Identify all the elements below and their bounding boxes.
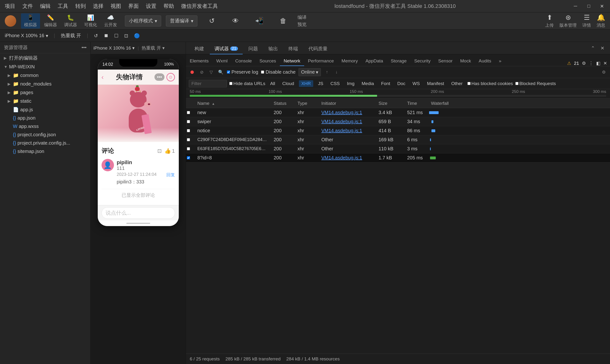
table-row[interactable]: C290F7C24D8D4EF094E1DA284DB7BF24.jpg 200… — [186, 135, 610, 144]
menu-item-tools[interactable]: 工具 — [58, 3, 68, 10]
device-select[interactable]: iPhone X 100% 16 ▾ — [5, 33, 48, 39]
hide-data-urls-checkbox[interactable]: Hide data URLs — [229, 81, 265, 86]
refresh-btn[interactable]: ↺ — [202, 13, 221, 29]
dock-icon[interactable]: ◧ — [596, 61, 600, 66]
expand-icon[interactable]: ⌃ — [589, 44, 597, 52]
comment-input[interactable]: 说点什么... — [102, 207, 175, 219]
filter-cloud-btn[interactable]: Cloud — [280, 80, 297, 87]
mode-dropdown[interactable]: 小程序模式 ▾ — [125, 15, 161, 26]
menu-item-help[interactable]: 帮助 — [163, 3, 174, 10]
tab-debugger[interactable]: 调试器 21 — [210, 44, 243, 54]
menu-item-edit[interactable]: 编辑 — [40, 3, 51, 10]
panel-tab-sensor[interactable]: Sensor — [434, 56, 456, 66]
search-btn[interactable]: 🔍 — [217, 69, 224, 76]
detail-btn[interactable]: ☰ 详情 — [582, 13, 591, 28]
blocked-requests-checkbox[interactable]: Blocked Requests — [515, 81, 556, 86]
settings-icon[interactable]: ⚙ — [582, 61, 586, 66]
sidebar-item-open-editors[interactable]: ▶ 打开的编辑器 — [0, 53, 90, 63]
real-debug-btn[interactable]: 📲 — [250, 13, 269, 29]
sidebar-item-pages[interactable]: ▶ 📁 pages — [4, 88, 90, 97]
header-name[interactable]: Name ▲ — [195, 101, 271, 106]
table-row[interactable]: notice 200 xhr VM14.asdebug.js:1 414 B 8… — [186, 126, 610, 135]
table-row[interactable]: E63FE185D7D540C5B276705E6DB8364D.jpg 200… — [186, 144, 610, 153]
filter-font-btn[interactable]: Font — [379, 80, 393, 87]
preserve-log-checkbox[interactable]: Preserve log — [227, 69, 258, 75]
download-throttle-btn[interactable]: ↓ — [333, 69, 340, 76]
table-row[interactable]: new 200 xhr VM14.asdebug.js:1 3.4 kB 521… — [186, 108, 610, 117]
record-button[interactable] — [189, 69, 196, 76]
header-waterfall[interactable]: Waterfall — [428, 101, 610, 106]
reply-button[interactable]: 回复 — [166, 172, 175, 178]
sim-device-select[interactable]: iPhone X 100% 16 ▾ — [93, 45, 135, 51]
menu-item-goto[interactable]: 转到 — [75, 3, 86, 10]
tab-output[interactable]: 输出 — [264, 44, 283, 54]
row-checkbox[interactable] — [187, 120, 190, 123]
filter-input[interactable] — [189, 80, 227, 87]
row-checkbox[interactable] — [187, 129, 190, 132]
filter-doc-btn[interactable]: Doc — [395, 80, 408, 87]
header-status[interactable]: Status — [271, 101, 295, 106]
panel-tab-elements[interactable]: Elements — [186, 56, 212, 66]
row-checkbox[interactable] — [187, 147, 190, 150]
wifi-btn[interactable]: 🔵 — [134, 33, 140, 39]
filter-all-btn[interactable]: All — [268, 80, 278, 87]
panel-tab-mock[interactable]: Mock — [456, 56, 475, 66]
refresh-page-btn[interactable]: ↺ — [94, 33, 98, 39]
message-btn[interactable]: 🔔 消息 — [597, 13, 605, 28]
upload-btn[interactable]: ⬆ 上传 — [545, 13, 554, 28]
panel-tab-more[interactable]: » — [495, 56, 505, 66]
tab-build[interactable]: 构建 — [190, 44, 209, 54]
sidebar-item-static[interactable]: ▶ 📁 static — [4, 97, 90, 105]
sidebar-item-project-config[interactable]: ▶ {} project.config.json — [4, 130, 90, 139]
header-size[interactable]: Size — [376, 101, 404, 106]
close-devtools-icon[interactable]: ✕ — [603, 61, 607, 66]
visualizer-btn[interactable]: 📊 可视化 — [81, 13, 100, 29]
disable-cache-checkbox[interactable]: Disable cache — [261, 69, 296, 75]
panel-tab-memory[interactable]: Memory — [338, 56, 362, 66]
header-time[interactable]: Time — [404, 101, 428, 106]
dual-screen-btn[interactable]: ⊡ — [124, 33, 128, 39]
panel-tab-audits[interactable]: Audits — [475, 56, 495, 66]
panel-tab-console[interactable]: Console — [231, 56, 256, 66]
back-button[interactable]: ‹ — [102, 73, 104, 81]
sidebar-item-project-private[interactable]: ▶ {} project.private.config.js... — [4, 139, 90, 147]
menu-item-project[interactable]: 项目 — [5, 3, 15, 10]
upload-throttle-btn[interactable]: ↑ — [324, 69, 330, 76]
online-mode-dropdown[interactable]: Online ▾ — [298, 68, 321, 76]
panel-tab-sources[interactable]: Sources — [255, 56, 280, 66]
sidebar-item-mp-weixin[interactable]: ▼ MP-WEIXIN — [0, 63, 90, 71]
close-button[interactable]: ✕ — [599, 3, 605, 9]
compile-dropdown[interactable]: 普通编译 ▾ — [166, 15, 197, 26]
like-button[interactable]: 👍 1 — [164, 148, 175, 154]
panel-tab-security[interactable]: Security — [411, 56, 435, 66]
filter-other-btn[interactable]: Other — [449, 80, 465, 87]
stop-record-button[interactable]: ⊘ — [198, 69, 205, 76]
panel-tab-appdata[interactable]: AppData — [362, 56, 387, 66]
table-row[interactable]: swiper 200 xhr VM14.asdebug.js:1 659 B 3… — [186, 117, 610, 126]
preview-icon-btn[interactable]: 👁 — [226, 13, 245, 29]
table-row[interactable]: 8?id=8 200 xhr VM14.asdebug.js:1 1.7 kB … — [186, 153, 610, 162]
clear-cache-btn[interactable]: 🗑 — [274, 13, 293, 29]
close-panel-icon[interactable]: ✕ — [598, 44, 606, 52]
menu-item-file[interactable]: 文件 — [22, 3, 33, 10]
network-settings-btn[interactable]: ⚙ — [600, 69, 607, 76]
sidebar-more-icon[interactable]: ••• — [81, 45, 87, 50]
filter-js-btn[interactable]: JS — [316, 80, 326, 87]
has-blocked-cookies-checkbox[interactable]: Has blocked cookies — [467, 81, 513, 86]
stop-btn[interactable]: ⏹ — [104, 33, 108, 38]
header-initiator[interactable]: Initiator — [318, 101, 376, 106]
filter-ws-btn[interactable]: WS — [410, 80, 422, 87]
filter-media-btn[interactable]: Media — [359, 80, 376, 87]
panel-tab-performance[interactable]: Performance — [304, 56, 338, 66]
row-checkbox[interactable] — [187, 111, 190, 114]
minimize-button[interactable]: ─ — [572, 3, 579, 9]
tab-code-quality[interactable]: 代码质量 — [304, 44, 332, 54]
debugger-btn[interactable]: 🐛 调试器 — [61, 13, 80, 29]
row-checkbox[interactable] — [187, 138, 190, 141]
sidebar-item-appjson[interactable]: ▶ {} app.json — [4, 114, 90, 122]
menu-item-settings[interactable]: 设置 — [146, 3, 156, 10]
menu-item-interface[interactable]: 界面 — [128, 3, 139, 10]
hot-reload-toggle[interactable]: 热重载 开 — [61, 32, 81, 39]
row-checkbox[interactable] — [187, 156, 190, 159]
menu-item-view[interactable]: 视图 — [111, 3, 121, 10]
